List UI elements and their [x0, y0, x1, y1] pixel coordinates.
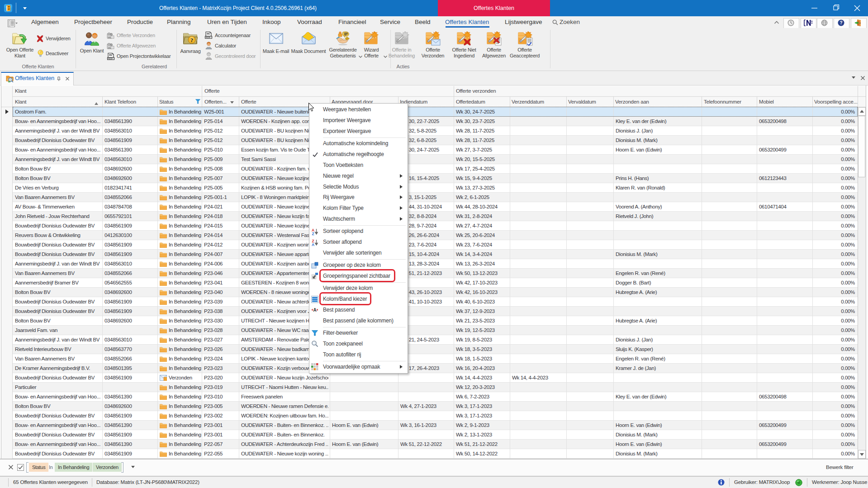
svg-text:Z: Z: [312, 231, 314, 235]
svg-text:?: ?: [190, 37, 194, 43]
svg-text:A: A: [313, 308, 316, 313]
svg-text:?: ?: [840, 20, 842, 25]
svg-text:A: A: [312, 242, 314, 246]
